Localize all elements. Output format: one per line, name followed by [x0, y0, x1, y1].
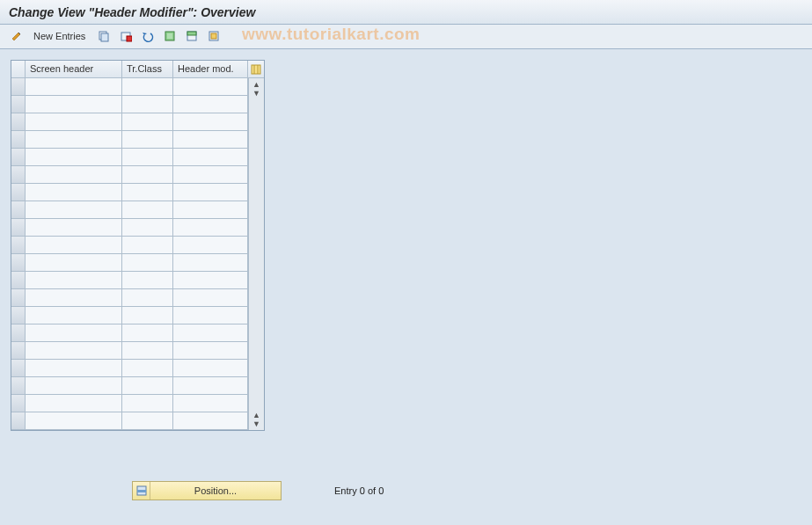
row-selector[interactable]	[11, 412, 26, 430]
cell-header-mod[interactable]	[173, 201, 248, 219]
cell-header-mod[interactable]	[173, 166, 248, 184]
cell-screen-header[interactable]	[26, 149, 122, 166]
scroll-down-icon[interactable]: ▼	[252, 419, 260, 428]
cell-screen-header[interactable]	[26, 324, 122, 342]
cell-header-mod[interactable]	[173, 237, 248, 254]
row-selector[interactable]	[11, 201, 26, 219]
cell-screen-header[interactable]	[26, 166, 122, 184]
cell-screen-header[interactable]	[26, 289, 122, 307]
cell-screen-header[interactable]	[26, 219, 122, 237]
row-selector[interactable]	[11, 395, 26, 412]
row-selector[interactable]	[11, 254, 26, 272]
cell-screen-header[interactable]	[26, 412, 122, 430]
cell-header-mod[interactable]	[173, 307, 248, 324]
delete-icon[interactable]	[116, 27, 135, 45]
cell-tr-class[interactable]	[122, 131, 173, 149]
cell-tr-class[interactable]	[122, 324, 173, 342]
deselect-all-icon[interactable]	[204, 27, 223, 45]
cell-tr-class[interactable]	[122, 237, 173, 254]
cell-screen-header[interactable]	[26, 342, 122, 360]
row-selector[interactable]	[11, 377, 26, 395]
cell-header-mod[interactable]	[173, 342, 248, 360]
row-selector[interactable]	[11, 166, 26, 184]
cell-header-mod[interactable]	[173, 272, 248, 289]
cell-tr-class[interactable]	[122, 360, 173, 377]
row-selector[interactable]	[11, 219, 26, 237]
row-selector[interactable]	[11, 342, 26, 360]
position-button[interactable]: Position...	[132, 481, 282, 500]
cell-tr-class[interactable]	[122, 201, 173, 219]
row-selector[interactable]	[11, 149, 26, 166]
scroll-up-icon[interactable]: ▲	[252, 80, 260, 89]
row-selector[interactable]	[11, 307, 26, 324]
cell-header-mod[interactable]	[173, 377, 248, 395]
cell-screen-header[interactable]	[26, 237, 122, 254]
cell-header-mod[interactable]	[173, 184, 248, 201]
cell-header-mod[interactable]	[173, 78, 248, 96]
select-block-icon[interactable]	[182, 27, 201, 45]
cell-tr-class[interactable]	[122, 395, 173, 412]
select-all-column-header[interactable]	[11, 61, 26, 78]
cell-screen-header[interactable]	[26, 201, 122, 219]
toggle-change-icon[interactable]	[7, 27, 26, 45]
new-entries-button[interactable]: New Entries	[29, 27, 91, 45]
row-selector[interactable]	[11, 237, 26, 254]
cell-tr-class[interactable]	[122, 184, 173, 201]
cell-screen-header[interactable]	[26, 307, 122, 324]
cell-screen-header[interactable]	[26, 131, 122, 149]
cell-screen-header[interactable]	[26, 360, 122, 377]
cell-tr-class[interactable]	[122, 149, 173, 166]
copy-icon[interactable]	[94, 27, 113, 45]
cell-header-mod[interactable]	[173, 131, 248, 149]
cell-screen-header[interactable]	[26, 377, 122, 395]
cell-header-mod[interactable]	[173, 219, 248, 237]
cell-tr-class[interactable]	[122, 219, 173, 237]
cell-tr-class[interactable]	[122, 78, 173, 96]
column-header-tr-class[interactable]: Tr.Class	[122, 61, 173, 78]
scroll-up-fast-icon[interactable]: ▼	[252, 89, 260, 98]
cell-header-mod[interactable]	[173, 395, 248, 412]
row-selector[interactable]	[11, 96, 26, 113]
cell-tr-class[interactable]	[122, 254, 173, 272]
cell-tr-class[interactable]	[122, 342, 173, 360]
cell-screen-header[interactable]	[26, 184, 122, 201]
row-selector[interactable]	[11, 272, 26, 289]
cell-header-mod[interactable]	[173, 113, 248, 131]
cell-tr-class[interactable]	[122, 307, 173, 324]
cell-tr-class[interactable]	[122, 96, 173, 113]
row-selector[interactable]	[11, 289, 26, 307]
row-selector[interactable]	[11, 324, 26, 342]
cell-screen-header[interactable]	[26, 78, 122, 96]
cell-screen-header[interactable]	[26, 272, 122, 289]
cell-header-mod[interactable]	[173, 412, 248, 430]
cell-screen-header[interactable]	[26, 254, 122, 272]
cell-tr-class[interactable]	[122, 166, 173, 184]
row-selector[interactable]	[11, 184, 26, 201]
row-selector[interactable]	[11, 113, 26, 131]
row-selector[interactable]	[11, 78, 26, 96]
cell-tr-class[interactable]	[122, 289, 173, 307]
cell-tr-class[interactable]	[122, 377, 173, 395]
row-selector[interactable]	[11, 360, 26, 377]
undo-icon[interactable]	[138, 27, 157, 45]
cell-tr-class[interactable]	[122, 272, 173, 289]
row-selector[interactable]	[11, 131, 26, 149]
cell-header-mod[interactable]	[173, 324, 248, 342]
cell-header-mod[interactable]	[173, 149, 248, 166]
cell-screen-header[interactable]	[26, 96, 122, 113]
cell-header-mod[interactable]	[173, 289, 248, 307]
cell-header-mod[interactable]	[173, 360, 248, 377]
cell-tr-class[interactable]	[122, 113, 173, 131]
column-header-screen-header[interactable]: Screen header	[26, 61, 122, 78]
configure-columns-icon[interactable]	[248, 61, 264, 78]
cell-tr-class[interactable]	[122, 412, 173, 430]
column-header-header-mod[interactable]: Header mod.	[173, 61, 248, 78]
cell-screen-header[interactable]	[26, 395, 122, 412]
scroll-down-fast-icon[interactable]: ▲	[252, 411, 260, 419]
cell-header-mod[interactable]	[173, 96, 248, 113]
select-all-icon[interactable]	[160, 27, 179, 45]
cell-header-mod[interactable]	[173, 254, 248, 272]
vertical-scrollbar[interactable]: ▲ ▼ ▲ ▼	[248, 78, 264, 430]
cell-screen-header[interactable]	[26, 113, 122, 131]
table-row	[11, 395, 264, 412]
